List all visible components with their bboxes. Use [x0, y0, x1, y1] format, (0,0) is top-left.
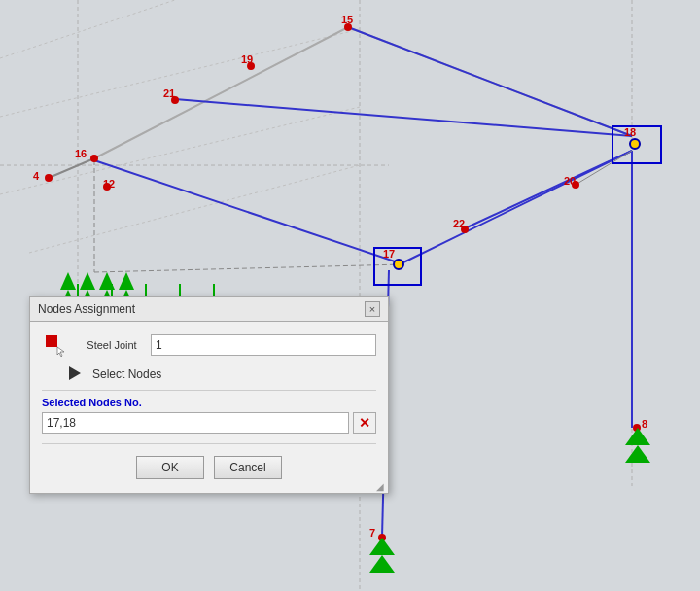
svg-line-20 — [94, 264, 403, 272]
support-node7 — [369, 538, 395, 573]
svg-line-18 — [576, 151, 632, 185]
svg-rect-52 — [46, 335, 57, 347]
dialog-close-button[interactable]: × — [365, 301, 380, 317]
svg-marker-50 — [625, 428, 650, 445]
svg-line-5 — [0, 107, 360, 194]
svg-line-8 — [94, 27, 348, 158]
svg-line-12 — [175, 99, 632, 136]
svg-marker-49 — [369, 555, 395, 573]
svg-line-4 — [0, 29, 360, 117]
selected-nodes-input[interactable] — [42, 412, 349, 434]
svg-point-26 — [45, 174, 52, 182]
svg-line-6 — [29, 165, 360, 253]
steel-joint-icon-btn[interactable] — [42, 331, 69, 359]
svg-marker-40 — [60, 272, 76, 290]
divider-2 — [42, 443, 376, 444]
resize-handle[interactable]: ◢ — [376, 481, 386, 491]
svg-line-17 — [465, 151, 632, 228]
ok-button[interactable]: OK — [136, 456, 204, 479]
svg-marker-44 — [99, 272, 115, 290]
svg-point-31 — [344, 23, 352, 31]
steel-joint-input[interactable] — [151, 334, 376, 356]
triangle-icon — [69, 366, 88, 382]
svg-line-16 — [94, 160, 403, 264]
svg-marker-42 — [80, 272, 95, 290]
support-node8 — [625, 428, 650, 463]
svg-marker-46 — [119, 272, 134, 290]
nodes-assignment-dialog: Nodes Assignment × Steel Joint — [29, 296, 389, 494]
svg-marker-53 — [57, 347, 64, 357]
clear-icon: ✕ — [359, 415, 370, 431]
viewport: 4 7 8 12 15 16 17 18 19 20 21 22 Nodes A… — [0, 0, 700, 591]
svg-point-32 — [461, 226, 469, 233]
svg-point-33 — [572, 181, 579, 189]
clear-nodes-button[interactable]: ✕ — [353, 412, 376, 434]
svg-marker-48 — [369, 538, 395, 555]
red-square-cursor-icon — [44, 333, 67, 357]
svg-marker-54 — [69, 366, 81, 380]
svg-point-35 — [630, 139, 640, 149]
svg-marker-51 — [625, 445, 650, 463]
selected-nodes-section-label: Selected Nodes No. — [42, 397, 376, 408]
svg-point-29 — [171, 96, 179, 104]
dialog-buttons: OK Cancel — [42, 450, 376, 483]
svg-point-34 — [394, 260, 403, 269]
dialog-title: Nodes Assignment — [38, 302, 135, 316]
selected-nodes-row: ✕ — [42, 412, 376, 434]
select-nodes-row: Select Nodes — [42, 366, 376, 382]
dialog-body: Steel Joint Select Nodes Selected Nodes … — [30, 322, 388, 493]
dialog-titlebar[interactable]: Nodes Assignment × — [30, 297, 388, 322]
svg-line-7 — [0, 0, 175, 58]
svg-point-27 — [90, 155, 98, 162]
steel-joint-row: Steel Joint — [42, 331, 376, 359]
svg-point-30 — [247, 62, 255, 70]
svg-line-10 — [49, 158, 94, 178]
divider-1 — [42, 390, 376, 391]
steel-joint-label: Steel Joint — [73, 339, 151, 351]
svg-point-28 — [103, 183, 111, 191]
selected-nodes-section: Selected Nodes No. ✕ — [42, 397, 376, 434]
cancel-button[interactable]: Cancel — [214, 456, 282, 479]
svg-line-11 — [348, 27, 632, 136]
select-nodes-label[interactable]: Select Nodes — [92, 367, 161, 381]
